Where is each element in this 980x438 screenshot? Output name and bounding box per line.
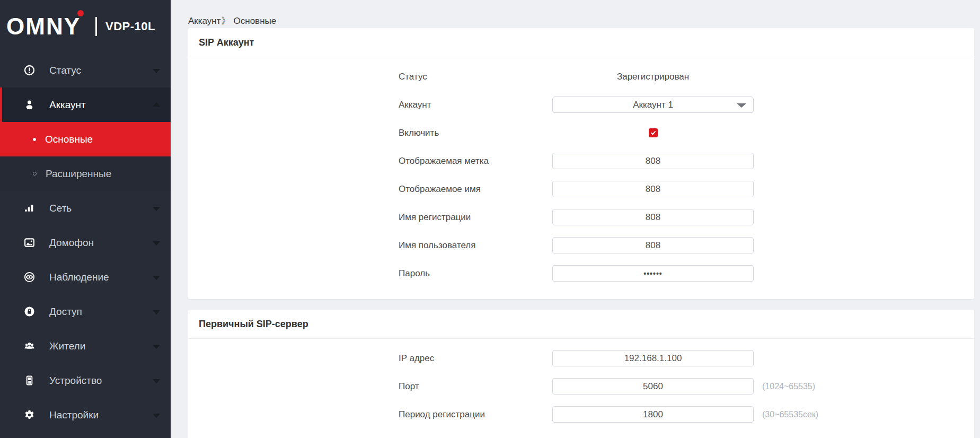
breadcrumb-current: Основные bbox=[234, 16, 277, 26]
user-name-input[interactable] bbox=[552, 237, 754, 253]
logo-red-dot bbox=[77, 10, 84, 16]
user-name-row: Имя пользователя bbox=[188, 231, 974, 259]
chevron-down-icon bbox=[153, 414, 160, 418]
submenu-item-advanced[interactable]: Расширенные bbox=[0, 156, 171, 191]
submenu-item-label: Расширенные bbox=[46, 168, 111, 180]
breadcrumb-parent[interactable]: Аккаунт bbox=[188, 16, 221, 26]
sidebar-item-intercom[interactable]: Домофон bbox=[0, 225, 171, 260]
sidebar-item-label: Настройки bbox=[49, 409, 99, 421]
sidebar-item-label: Сеть bbox=[49, 203, 72, 214]
submenu-item-label: Основные bbox=[45, 134, 93, 145]
status-row: Статус Зарегистрирован bbox=[188, 63, 974, 91]
register-period-hint: (30~65535сек) bbox=[762, 410, 818, 419]
port-input[interactable] bbox=[552, 378, 754, 395]
section-title: Первичный SIP-сервер bbox=[199, 319, 308, 330]
settings-gear-icon bbox=[24, 409, 35, 421]
breadcrumb-separator: 》 bbox=[222, 16, 231, 26]
sip-account-form: Статус Зарегистрирован Аккаунт Аккаунт 1… bbox=[188, 57, 974, 299]
display-label-row: Отображаемая метка bbox=[188, 147, 974, 175]
chevron-up-icon bbox=[153, 102, 160, 107]
device-phone-icon bbox=[24, 375, 35, 386]
field-label: Период регистрации bbox=[399, 409, 552, 420]
breadcrumb: Аккаунт》Основные bbox=[171, 0, 980, 28]
sidebar-item-label: Статус bbox=[49, 65, 81, 76]
field-label: Имя пользователя bbox=[399, 240, 552, 251]
chevron-down-icon bbox=[153, 345, 160, 349]
sidebar-item-access[interactable]: Доступ bbox=[0, 294, 171, 329]
logo-divider bbox=[95, 17, 97, 36]
submenu-bullet-icon bbox=[33, 138, 36, 141]
status-alert-icon bbox=[24, 65, 35, 76]
sidebar-item-label: Устройство bbox=[49, 375, 102, 387]
submenu-bullet-icon bbox=[33, 172, 37, 176]
sidebar-item-surveillance[interactable]: Наблюдение bbox=[0, 260, 171, 294]
field-label: Статус bbox=[399, 72, 552, 82]
field-label: Имя регистрации bbox=[399, 212, 552, 223]
account-person-icon bbox=[24, 99, 35, 110]
register-name-input[interactable] bbox=[552, 209, 754, 225]
port-row: Порт (1024~65535) bbox=[188, 372, 974, 400]
sidebar-item-label: Наблюдение bbox=[49, 271, 109, 283]
ip-address-row: IP адрес bbox=[188, 344, 974, 372]
display-label-input[interactable] bbox=[552, 153, 754, 169]
sidebar-item-label: Аккаунт bbox=[49, 99, 86, 111]
device-model: VDP-10L bbox=[105, 20, 155, 33]
residents-people-icon bbox=[24, 340, 35, 352]
password-input[interactable] bbox=[552, 265, 754, 282]
sidebar-item-account[interactable]: Аккаунт bbox=[0, 87, 171, 122]
chevron-down-icon bbox=[153, 241, 160, 246]
port-hint: (1024~65535) bbox=[762, 382, 815, 391]
enable-checkbox[interactable] bbox=[649, 128, 658, 137]
brand-logo-text: OMNY bbox=[6, 13, 81, 39]
register-period-input[interactable] bbox=[552, 406, 754, 423]
main-content: Аккаунт》Основные SIP Аккаунт Статус Заре… bbox=[171, 0, 980, 438]
logo-block: OMNY VDP-10L bbox=[0, 0, 171, 53]
access-lock-icon bbox=[24, 306, 35, 317]
submenu-item-basic[interactable]: Основные bbox=[0, 122, 171, 156]
account-select[interactable]: Аккаунт 1 bbox=[552, 97, 754, 113]
sidebar-item-label: Жители bbox=[49, 340, 85, 352]
chevron-down-icon bbox=[153, 310, 160, 314]
primary-sip-server-card-header: Первичный SIP-сервер bbox=[188, 310, 974, 339]
display-name-input[interactable] bbox=[552, 181, 754, 197]
field-label: Аккаунт bbox=[399, 100, 552, 110]
sidebar-item-label: Доступ bbox=[49, 306, 82, 318]
sidebar-item-residents[interactable]: Жители bbox=[0, 329, 171, 363]
chevron-down-icon bbox=[153, 276, 160, 280]
brand-logo: OMNY bbox=[6, 15, 81, 38]
primary-sip-server-card: Первичный SIP-сервер IP адрес Порт (1024… bbox=[188, 310, 974, 438]
sip-account-card-header: SIP Аккаунт bbox=[188, 28, 974, 57]
ip-address-input[interactable] bbox=[552, 350, 754, 366]
field-label: Включить bbox=[399, 128, 552, 138]
section-title: SIP Аккаунт bbox=[199, 37, 254, 48]
field-label: Отображаемая метка bbox=[399, 156, 552, 167]
sidebar: OMNY VDP-10L Статус Аккаунт Основные Рас… bbox=[0, 0, 171, 438]
enable-row: Включить bbox=[188, 119, 974, 147]
status-value: Зарегистрирован bbox=[617, 72, 689, 82]
sidebar-item-network[interactable]: Сеть bbox=[0, 191, 171, 225]
field-label: Порт bbox=[399, 381, 552, 392]
register-period-row: Период регистрации (30~65535сек) bbox=[188, 400, 974, 428]
field-label: IP адрес bbox=[399, 353, 552, 364]
intercom-image-icon bbox=[24, 237, 35, 248]
chevron-down-icon bbox=[153, 207, 160, 211]
chevron-down-icon bbox=[153, 379, 160, 383]
field-label: Пароль bbox=[399, 268, 552, 279]
network-signal-icon bbox=[24, 203, 35, 214]
password-row: Пароль bbox=[188, 259, 974, 287]
account-select-value: Аккаунт 1 bbox=[633, 100, 673, 110]
account-row: Аккаунт Аккаунт 1 bbox=[188, 91, 974, 119]
surveillance-eye-icon bbox=[24, 271, 35, 283]
sidebar-menu: Статус Аккаунт Основные Расширенные Сеть… bbox=[0, 53, 171, 432]
sidebar-item-label: Домофон bbox=[49, 237, 94, 249]
sidebar-item-settings[interactable]: Настройки bbox=[0, 398, 171, 432]
field-label: Отображаемое имя bbox=[399, 184, 552, 195]
submenu-account: Основные Расширенные bbox=[0, 122, 171, 191]
display-name-row: Отображаемое имя bbox=[188, 175, 974, 203]
sidebar-item-status[interactable]: Статус bbox=[0, 53, 171, 87]
sidebar-item-device[interactable]: Устройство bbox=[0, 363, 171, 398]
primary-sip-server-form: IP адрес Порт (1024~65535) Период регист… bbox=[188, 339, 974, 438]
chevron-down-icon bbox=[153, 69, 160, 73]
register-name-row: Имя регистрации bbox=[188, 203, 974, 231]
select-caret-down-icon bbox=[737, 103, 746, 108]
